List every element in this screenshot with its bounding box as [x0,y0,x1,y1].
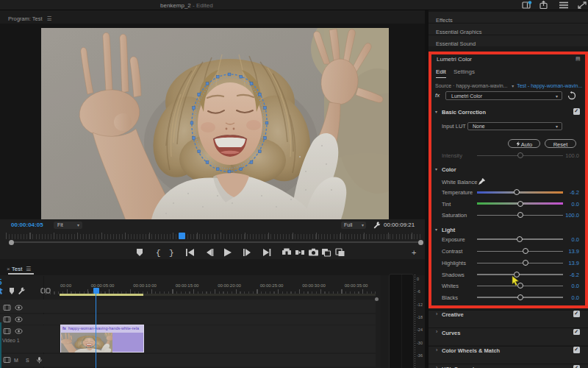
svg-text:S: S [26,358,29,363]
svg-text:}: } [169,249,174,258]
svg-text:M: M [14,358,18,363]
svg-text:{: { [156,249,161,258]
